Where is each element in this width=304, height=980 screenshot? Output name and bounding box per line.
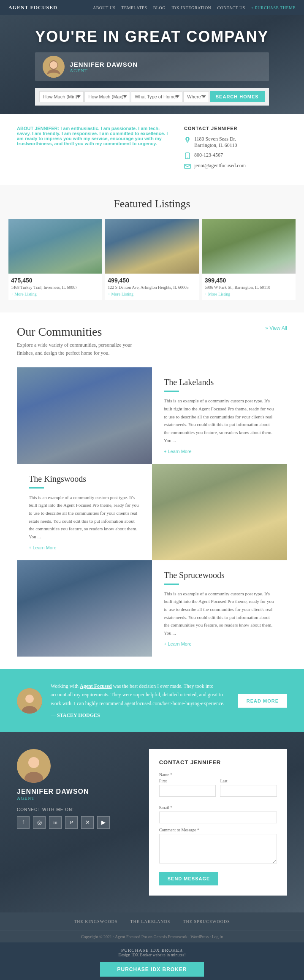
purchase-bar: PURCHASE IDX BROKER Design IDX Broker we…	[0, 942, 304, 980]
email-text: jenni@agentfocused.com	[194, 163, 246, 169]
learn-more-sprucewoods[interactable]: + Learn More	[164, 641, 275, 646]
communities-title: Our Communities	[17, 325, 102, 339]
contact-form-box: CONTACT JENNIFER Name * First Last Email…	[149, 749, 287, 896]
name-row: First Last	[159, 779, 277, 797]
price-max-select[interactable]: How Much (Max)?	[84, 91, 130, 102]
communities-section: Our Communities » View All Explore a wid…	[0, 312, 304, 669]
nav-blog[interactable]: BLOG	[153, 5, 166, 10]
purchase-label: PURCHASE IDX BROKER	[5, 947, 299, 953]
send-button[interactable]: SEND MESSAGE	[159, 872, 219, 885]
contact-title: CONTACT JENNIFER	[184, 126, 287, 131]
email-input[interactable]	[159, 812, 277, 823]
community-text-kingswoods: This is an example of a community custom…	[29, 494, 140, 541]
listing-image-3	[202, 219, 296, 274]
contact-address: 1180 Seven Seas Dr. Barrington, IL 60110	[184, 136, 287, 149]
learn-more-kingswoods[interactable]: + Learn More	[29, 545, 140, 550]
first-name-group: First	[159, 779, 216, 797]
footer-link-lakelands[interactable]: THE LAKELANDS	[130, 919, 170, 924]
community-item-lakelands: The Lakelands This is an example of a co…	[17, 367, 287, 464]
address-text: 1180 Seven Seas Dr. Barrington, IL 60110	[194, 136, 237, 149]
brand-name: AGENT FOCUSED	[8, 5, 57, 11]
nav-about[interactable]: ABOUT US	[93, 5, 116, 10]
phone-text: 800-123-4567	[194, 152, 223, 158]
testimonial-text: Working with Agent Focused was the best …	[51, 682, 230, 720]
email-group: Email *	[159, 805, 277, 823]
featured-title: Featured Listings	[8, 198, 296, 210]
social-icons: f ◎ in P ✕ ▶	[17, 816, 132, 829]
svg-point-7	[187, 157, 188, 158]
about-right: CONTACT JENNIFER 1180 Seven Seas Dr. Bar…	[184, 126, 287, 173]
message-group: Comment or Message *	[159, 828, 277, 863]
contact-agent-name: JENNIFER DAWSON	[17, 788, 132, 795]
contact-phone: 800-123-4567	[184, 152, 287, 159]
last-name-input[interactable]	[220, 785, 277, 797]
nav-templates[interactable]: TEMPLATES	[121, 5, 147, 10]
community-text-lakelands: This is an example of a community custom…	[164, 397, 275, 444]
listing-image-1	[8, 219, 102, 274]
nav-contact[interactable]: CONTACT US	[217, 5, 245, 10]
social-linkedin[interactable]: in	[49, 816, 62, 829]
listing-link-3[interactable]: + More Listing	[205, 292, 293, 296]
about-left: ABOUT JENNIFER: I am enthusiastic. I am …	[17, 126, 171, 173]
location-select[interactable]: Where?	[183, 91, 209, 102]
listing-price-3: 399,450	[205, 277, 293, 284]
community-name-lakelands: The Lakelands	[164, 377, 275, 387]
community-name-kingswoods: The Kingswoods	[29, 474, 140, 484]
learn-more-lakelands[interactable]: + Learn More	[164, 449, 275, 454]
contact-right: CONTACT JENNIFER Name * First Last Email…	[149, 749, 287, 896]
contact-section: JENNIFER DAWSON Agent CONNECT WITH ME ON…	[0, 732, 304, 912]
testimonial-author: — STACEY HODGES	[51, 711, 230, 719]
social-instagram[interactable]: ◎	[33, 816, 46, 829]
social-facebook[interactable]: f	[17, 816, 30, 829]
agent-role: Agent	[70, 68, 138, 73]
location-icon	[184, 136, 191, 143]
agent-avatar	[43, 56, 65, 78]
first-label: First	[159, 779, 216, 783]
name-label: Name *	[159, 772, 277, 777]
footer-nav: THE KINGSWOODS THE LAKELANDS THE SPRUCEW…	[0, 912, 304, 931]
listing-card-3: 399,450 6906 W Park St., Barrington, IL …	[202, 219, 296, 300]
contact-agent-image	[17, 749, 51, 783]
listing-link-2[interactable]: + More Listing	[108, 292, 196, 296]
price-min-select[interactable]: How Much (Min)?	[39, 91, 84, 102]
search-button[interactable]: SEARCH HOMES	[210, 91, 265, 102]
listings-grid: 475,450 1468 Turkey Trail, Inverness, IL…	[8, 219, 296, 300]
community-item-sprucewoods: The Sprucewoods This is an example of a …	[17, 560, 287, 657]
footer-link-sprucewoods[interactable]: THE SPRUCEWOODS	[183, 919, 230, 924]
home-type-select[interactable]: What Type of Home?	[131, 91, 182, 102]
community-image-lakelands	[17, 367, 152, 464]
view-all-link[interactable]: » View All	[265, 325, 287, 331]
search-bar: How Much (Min)? How Much (Max)? What Typ…	[35, 88, 269, 106]
purchase-btn[interactable]: PURCHASE IDX BROKER	[100, 962, 204, 977]
contact-agent-role: Agent	[17, 795, 132, 801]
nav-links: ABOUT US TEMPLATES BLOG IDX INTEGRATION …	[93, 5, 296, 10]
about-section: ABOUT JENNIFER: I am enthusiastic. I am …	[0, 114, 304, 185]
navbar: AGENT FOCUSED ABOUT US TEMPLATES BLOG ID…	[0, 0, 304, 15]
listing-address-3: 6906 W Park St., Barrington, IL 60110	[205, 285, 293, 290]
svg-point-10	[25, 695, 34, 703]
nav-purchase[interactable]: + PURCHASE THEME	[251, 5, 296, 10]
purchase-sublabel: Design IDX Broker website in minutes!	[5, 953, 299, 957]
first-name-input[interactable]	[159, 785, 216, 797]
testimonial-avatar-svg	[17, 688, 42, 714]
community-content-lakelands: The Lakelands This is an example of a co…	[152, 367, 287, 464]
footer-link-kingswoods[interactable]: THE KINGSWOODS	[74, 919, 117, 924]
listing-info-3: 399,450 6906 W Park St., Barrington, IL …	[202, 274, 296, 300]
form-title: CONTACT JENNIFER	[159, 759, 277, 766]
email-icon	[184, 163, 191, 170]
listing-link-1[interactable]: + More Listing	[11, 292, 99, 296]
read-more-button[interactable]: READ MORE	[238, 694, 287, 708]
name-group: Name * First Last	[159, 772, 277, 801]
social-youtube[interactable]: ▶	[97, 816, 110, 829]
contact-left: JENNIFER DAWSON Agent CONNECT WITH ME ON…	[17, 749, 132, 896]
testimonial-link[interactable]: Agent Focused	[80, 683, 112, 689]
community-text-sprucewoods: This is an example of a community custom…	[164, 590, 275, 637]
svg-point-3	[50, 61, 57, 69]
hero-section: YOU'RE IN GREAT COMPANY JENNIFER DAWSON …	[0, 15, 304, 114]
social-pinterest[interactable]: P	[65, 816, 78, 829]
message-textarea[interactable]	[159, 834, 277, 863]
communities-description: Explore a wide variety of communities, p…	[17, 341, 144, 357]
nav-idx[interactable]: IDX INTEGRATION	[171, 5, 211, 10]
social-twitter[interactable]: ✕	[81, 816, 94, 829]
svg-point-5	[186, 138, 189, 140]
